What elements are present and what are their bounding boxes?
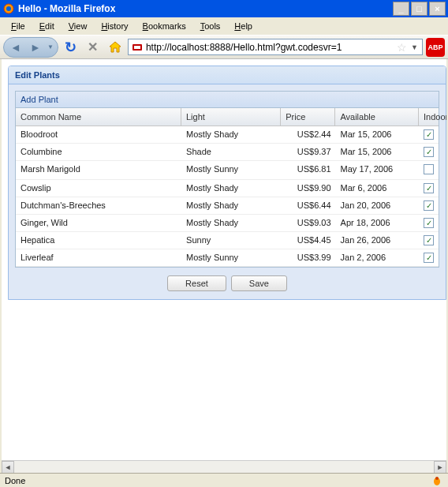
button-row: Reset Save [15,268,439,291]
stop-button[interactable]: ✕ [84,38,103,57]
menu-bar: File Edit View History Bookmarks Tools H… [0,17,448,35]
forward-button[interactable]: ► [27,39,44,56]
table-row[interactable]: BloodrootMostly ShadyUS$2.44Mar 15, 2006… [16,126,439,144]
column-common-name[interactable]: Common Name [16,108,181,125]
cell-light: Mostly Shady [181,215,281,231]
maximize-button[interactable]: □ [411,2,427,16]
window-title: Hello - Mozilla Firefox [18,3,393,14]
panel-body: Add Plant Common Name Light Price Availa… [9,84,446,299]
minimize-button[interactable]: _ [393,2,409,16]
cell-indoor: ✓ [419,215,439,231]
column-price[interactable]: Price [281,108,335,125]
horizontal-scrollbar[interactable]: ◄ ► [2,460,446,473]
cell-light: Shade [181,144,281,160]
indoor-checkbox[interactable]: ✓ [424,147,434,157]
svg-point-5 [435,477,439,480]
nav-history-dropdown[interactable]: ▼ [44,39,57,56]
edit-plants-panel: Edit Plants Add Plant Common Name Light … [8,66,446,300]
firebug-icon[interactable] [431,474,443,487]
menu-history[interactable]: History [95,20,134,32]
cell-available: Jan 26, 2006 [336,232,420,249]
table-row[interactable]: Marsh MarigoldMostly SunnyUS$6.81May 17,… [16,161,439,180]
indoor-checkbox[interactable]: ✓ [424,129,434,140]
scroll-track[interactable] [14,461,434,473]
menu-edit[interactable]: Edit [33,20,61,32]
firefox-icon [2,2,15,15]
bookmark-star-icon[interactable]: ☆ [397,41,407,54]
scroll-left-button[interactable]: ◄ [2,461,14,474]
cell-light: Mostly Shady [181,126,281,143]
cell-light: Mostly Shady [181,180,281,197]
url-input[interactable] [146,39,394,54]
cell-light: Sunny [181,232,281,249]
cell-price: US$6.44 [281,197,335,214]
grid-body: BloodrootMostly ShadyUS$2.44Mar 15, 2006… [16,126,439,267]
cell-name: Bloodroot [16,126,181,143]
cell-available: Jan 2, 2006 [336,249,420,266]
reset-button[interactable]: Reset [167,275,226,291]
status-bar: Done [0,473,448,487]
cell-price: US$3.99 [281,249,335,266]
cell-light: Mostly Sunny [181,161,281,179]
cell-indoor: ✓ [419,232,439,249]
column-light[interactable]: Light [181,108,281,125]
cell-indoor: ✓ [419,197,439,214]
add-plant-button[interactable]: Add Plant [21,95,58,104]
table-row[interactable]: LiverleafMostly SunnyUS$3.99Jan 2, 2006✓ [16,249,439,267]
page-favicon [131,41,144,54]
cell-name: Dutchman's-Breeches [16,197,181,214]
table-row[interactable]: Ginger, WildMostly ShadyUS$9.03Apr 18, 2… [16,215,439,232]
scroll-right-button[interactable]: ► [434,461,446,474]
indoor-checkbox[interactable] [424,164,434,174]
menu-view[interactable]: View [62,20,94,32]
table-row[interactable]: HepaticaSunnyUS$4.45Jan 26, 2006✓ [16,232,439,249]
cell-price: US$2.44 [281,126,335,143]
back-button[interactable]: ◄ [5,39,27,56]
cell-indoor: ✓ [419,126,439,143]
browser-viewport: Edit Plants Add Plant Common Name Light … [2,59,446,460]
cell-name: Marsh Marigold [16,161,181,179]
home-button[interactable] [106,38,125,57]
save-button[interactable]: Save [231,275,287,291]
column-available[interactable]: Available [335,108,419,125]
url-bar: ☆ ▼ [128,39,423,55]
cell-light: Mostly Sunny [181,249,281,266]
table-row[interactable]: Dutchman's-BreechesMostly ShadyUS$6.44Ja… [16,197,439,215]
svg-rect-3 [134,46,140,49]
indoor-checkbox[interactable]: ✓ [424,218,434,228]
cell-available: Mar 15, 2006 [336,126,420,143]
cell-available: Mar 6, 2006 [336,180,420,197]
table-row[interactable]: CowslipMostly ShadyUS$9.90Mar 6, 2006✓ [16,180,439,197]
indoor-checkbox[interactable]: ✓ [424,235,434,245]
status-text: Done [5,476,431,485]
adblock-button[interactable]: ABP [426,38,445,57]
close-button[interactable]: × [429,2,446,16]
cell-name: Ginger, Wild [16,215,181,231]
cell-name: Cowslip [16,180,181,197]
table-row[interactable]: ColumbineShadeUS$9.37Mar 15, 2006✓ [16,144,439,161]
indoor-checkbox[interactable]: ✓ [424,183,434,193]
cell-indoor: ✓ [419,249,439,266]
menu-bookmarks[interactable]: Bookmarks [136,20,192,32]
url-dropdown-icon[interactable]: ▼ [409,43,420,51]
menu-file[interactable]: File [5,20,32,32]
cell-light: Mostly Shady [181,197,281,214]
grid-toolbar: Add Plant [15,91,439,107]
window-titlebar: Hello - Mozilla Firefox _ □ × [0,0,448,17]
cell-name: Hepatica [16,232,181,249]
indoor-checkbox[interactable]: ✓ [424,253,434,263]
grid-header: Common Name Light Price Available Indoor [16,108,439,126]
nav-button-group: ◄ ► ▼ [3,37,58,58]
cell-price: US$9.90 [281,180,335,197]
cell-name: Columbine [16,144,181,160]
indoor-checkbox[interactable]: ✓ [424,200,434,211]
reload-button[interactable]: ↻ [62,38,80,57]
column-indoor[interactable]: Indoor [419,108,439,125]
plants-grid: Common Name Light Price Available Indoor… [15,107,439,268]
menu-help[interactable]: Help [228,20,259,32]
cell-available: Mar 15, 2006 [336,144,420,160]
panel-title: Edit Plants [9,66,446,84]
menu-tools[interactable]: Tools [194,20,227,32]
cell-price: US$9.03 [281,215,335,231]
svg-point-1 [6,6,11,11]
